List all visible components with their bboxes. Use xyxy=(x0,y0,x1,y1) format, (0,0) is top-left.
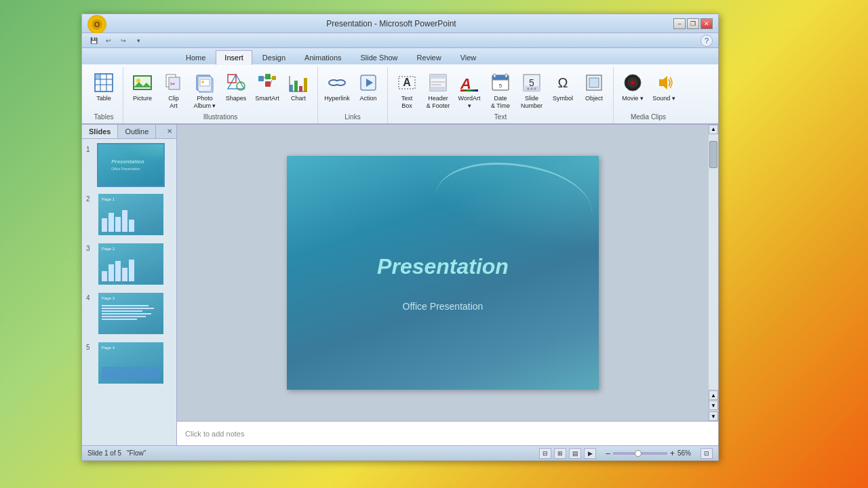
slide-item-3[interactable]: 3 Page 2 xyxy=(85,241,174,287)
slide-number-1: 1 xyxy=(86,143,94,153)
wordart-button[interactable]: A xyxy=(454,70,484,112)
close-button[interactable]: ✕ xyxy=(701,18,713,29)
slide-item-5[interactable]: 5 Page 4 xyxy=(85,340,174,386)
svg-text:A: A xyxy=(403,77,411,88)
action-button[interactable]: Action xyxy=(353,70,383,104)
reading-view-button[interactable]: ▤ xyxy=(569,448,581,459)
panel-tabs: Slides Outline ✕ xyxy=(82,125,176,139)
title-bar: O Presentation - Microsoft PowerPoint – … xyxy=(82,14,718,33)
vertical-scrollbar[interactable]: ▲ ▲ ▼ ▼ xyxy=(709,125,718,421)
slide-item-2[interactable]: 2 Page 1 xyxy=(85,191,174,238)
quick-access-toolbar: 💾 ↩ ↪ ▾ ? xyxy=(82,33,718,48)
scroll-down2-button[interactable]: ▼ xyxy=(709,401,718,410)
slide-sorter-button[interactable]: ⊞ xyxy=(554,448,566,459)
sound-label: Sound ▾ xyxy=(652,95,675,102)
svg-rect-17 xyxy=(200,79,210,86)
header-footer-label: Header& Footer xyxy=(427,95,450,110)
tab-animations[interactable]: Animations xyxy=(296,50,350,64)
ribbon-tabs: Home Insert Design Animations Slide Show… xyxy=(82,48,718,64)
fit-slide-button[interactable]: ⊡ xyxy=(701,448,713,459)
clipart-button[interactable]: ✂ ClipArt xyxy=(159,70,189,112)
panel-close-button[interactable]: ✕ xyxy=(163,125,176,138)
table-label: Table xyxy=(96,95,111,102)
shapes-button[interactable]: Shapes xyxy=(221,70,251,104)
minimize-button[interactable]: – xyxy=(673,18,686,29)
header-footer-button[interactable]: Header& Footer xyxy=(423,70,453,112)
hyperlink-button[interactable]: Hyperlink xyxy=(322,70,352,104)
scroll-arrows: ▲ ▼ xyxy=(709,389,718,411)
restore-button[interactable]: ❐ xyxy=(687,18,699,29)
scroll-track[interactable] xyxy=(709,134,718,389)
movie-label: Movie ▾ xyxy=(622,95,644,102)
svg-marker-74 xyxy=(659,76,667,89)
slide-main[interactable]: Presentation Office Presentation xyxy=(177,125,709,421)
date-time-button[interactable]: 5 Date& Time xyxy=(486,70,515,112)
tab-slideshow[interactable]: Slide Show xyxy=(352,50,407,64)
tab-slides[interactable]: Slides xyxy=(82,125,118,138)
svg-rect-56 xyxy=(494,74,496,77)
svg-rect-53 xyxy=(460,89,478,92)
picture-button[interactable]: Picture xyxy=(127,70,157,104)
slide-number-button[interactable]: 5 # # # SlideNumber xyxy=(517,70,547,112)
scroll-thumb[interactable] xyxy=(709,141,717,168)
window-title: Presentation - Microsoft PowerPoint xyxy=(109,19,673,28)
window-controls: – ❐ ✕ xyxy=(673,18,713,29)
slide-panel: Slides Outline ✕ 1 Presentation Office P xyxy=(82,125,177,445)
table-button[interactable]: Table xyxy=(89,70,119,104)
save-button[interactable]: 💾 xyxy=(87,35,100,46)
slide-number-label: SlideNumber xyxy=(521,95,542,110)
scroll-up-button[interactable]: ▲ xyxy=(709,125,718,134)
illustrations-group-label: Illustrations xyxy=(203,112,238,122)
tab-insert[interactable]: Insert xyxy=(216,50,252,65)
notes-area[interactable]: Click to add notes xyxy=(177,421,718,445)
slide-background: Presentation Office Presentation xyxy=(287,156,599,390)
tab-home[interactable]: Home xyxy=(177,50,214,64)
tables-group-label: Tables xyxy=(94,112,114,122)
text-buttons: A TextBox xyxy=(392,68,609,112)
slide-title[interactable]: Presentation xyxy=(377,254,509,279)
office-button[interactable]: O xyxy=(87,15,106,34)
svg-rect-34 xyxy=(299,86,302,92)
zoom-out-icon[interactable]: – xyxy=(606,449,610,458)
smartart-button[interactable]: SmartArt xyxy=(252,70,282,104)
customize-button[interactable]: ▾ xyxy=(132,35,144,46)
slideshow-button[interactable]: ▶ xyxy=(584,448,596,459)
zoom-in-icon[interactable]: + xyxy=(670,449,675,458)
photo-album-button[interactable]: PhotoAlbum ▾ xyxy=(190,70,220,112)
slide-subtitle[interactable]: Office Presentation xyxy=(403,301,484,312)
slide-item-4[interactable]: 4 Page 3 xyxy=(85,290,174,337)
sound-button[interactable]: Sound ▾ xyxy=(649,70,679,104)
tab-review[interactable]: Review xyxy=(408,50,450,64)
textbox-icon: A xyxy=(396,72,418,94)
symbol-label: Symbol xyxy=(553,95,573,102)
zoom-slider[interactable] xyxy=(613,452,667,455)
redo-button[interactable]: ↪ xyxy=(117,35,130,46)
tab-outline[interactable]: Outline xyxy=(118,125,156,138)
theme-name: "Flow" xyxy=(127,449,146,457)
object-icon xyxy=(583,72,605,94)
tab-view[interactable]: View xyxy=(452,50,486,64)
shapes-icon xyxy=(225,72,247,94)
scroll-down-button[interactable]: ▼ xyxy=(709,411,718,421)
help-button[interactable]: ? xyxy=(701,35,713,47)
object-button[interactable]: Object xyxy=(579,70,609,104)
chart-button[interactable]: Chart xyxy=(283,70,313,104)
undo-button[interactable]: ↩ xyxy=(102,35,115,46)
svg-rect-73 xyxy=(638,88,641,91)
textbox-button[interactable]: A TextBox xyxy=(392,70,422,112)
svg-rect-72 xyxy=(625,88,627,91)
symbol-icon: Ω xyxy=(552,72,574,94)
normal-view-button[interactable]: ⊟ xyxy=(539,448,551,459)
tab-design[interactable]: Design xyxy=(254,50,294,64)
svg-rect-25 xyxy=(272,76,276,80)
symbol-button[interactable]: Ω Symbol xyxy=(548,70,578,104)
header-footer-icon xyxy=(427,72,449,94)
zoom-level[interactable]: 56% xyxy=(677,449,698,457)
scroll-up2-button[interactable]: ▲ xyxy=(709,390,718,400)
slide-item-1[interactable]: 1 Presentation Office Presentation xyxy=(85,142,174,188)
slide-number-2: 2 xyxy=(86,192,94,203)
slide-workspace: Presentation Office Presentation ▲ ▲ xyxy=(177,125,718,445)
svg-line-28 xyxy=(271,80,272,84)
movie-button[interactable]: Movie ▾ xyxy=(618,70,648,104)
svg-point-9 xyxy=(136,79,140,83)
